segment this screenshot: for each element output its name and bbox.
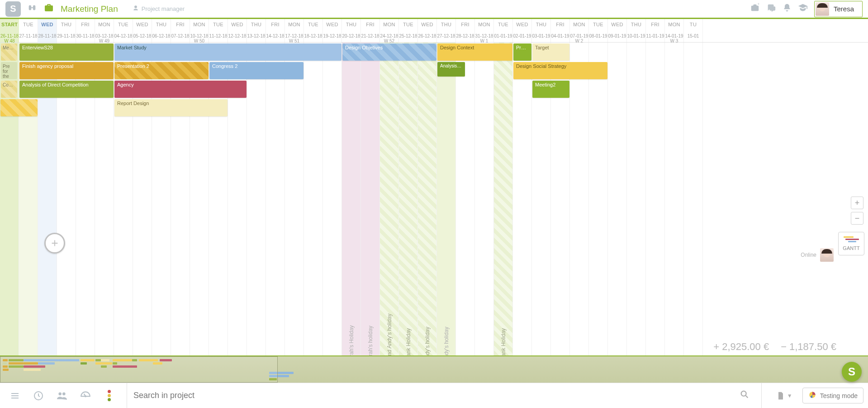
day-header[interactable]: THU06-12-18 [152, 19, 171, 42]
start-column: START 26-11-18 W 48 [0, 19, 19, 42]
svg-point-3 [741, 391, 746, 396]
dropdown-caret-icon: ▼ [787, 393, 792, 399]
day-header[interactable]: MON14-01-19W 3 [665, 19, 684, 42]
gantt-icon [844, 236, 859, 245]
day-header[interactable]: TUE25-12-18 [399, 19, 418, 42]
day-header[interactable]: MON10-12-18W 50 [190, 19, 209, 42]
day-header[interactable]: FRI21-12-18 [361, 19, 380, 42]
pie-icon [808, 391, 816, 400]
day-header[interactable]: WED19-12-18 [323, 19, 342, 42]
day-header[interactable]: MON17-12-18W 51 [285, 19, 304, 42]
task-bar[interactable]: EnterviewS28 [19, 43, 114, 61]
online-avatar[interactable] [820, 248, 834, 262]
task-bar[interactable]: Congress 2 [209, 62, 304, 79]
overview-viewport[interactable] [0, 356, 278, 383]
day-header[interactable]: WED09-01-19 [608, 19, 627, 42]
task-stub[interactable]: Co… [1, 81, 17, 98]
task-bar[interactable]: Design Social Strategy [513, 62, 607, 79]
traffic-light-icon[interactable] [99, 387, 119, 405]
day-header[interactable]: FRI14-12-18 [266, 19, 285, 42]
svg-point-2 [85, 396, 86, 397]
day-header[interactable]: FRI28-12-18 [456, 19, 475, 42]
day-header[interactable]: TUE18-12-18 [304, 19, 323, 42]
day-header[interactable]: TUE27-11-18 [19, 19, 38, 42]
day-header[interactable]: TUE01-01-19 [494, 19, 513, 42]
day-header[interactable]: MON31-12-18W 1 [475, 19, 494, 42]
topbar: S Marketing Plan Project manager + Teres… [0, 0, 868, 19]
zoom-controls: + − [851, 197, 863, 225]
day-header[interactable]: WED26-12-18 [418, 19, 437, 42]
day-header[interactable]: TU15-01 [684, 19, 703, 42]
search-input[interactable] [133, 391, 734, 400]
day-header[interactable]: THU29-11-18 [57, 19, 76, 42]
total-positive: 2,925.00 € [713, 341, 769, 353]
task-bar[interactable]: Finish agency proposal [19, 62, 114, 79]
document-icon[interactable]: ▼ [769, 390, 800, 401]
zoom-out-button[interactable]: − [851, 212, 863, 225]
grid-body[interactable]: Sarah's HolidaySarah's holidaySarah and … [0, 43, 868, 355]
task-bar[interactable] [0, 99, 38, 116]
day-header[interactable]: WED05-12-18 [133, 19, 152, 42]
add-briefcase-icon[interactable]: + [750, 3, 760, 15]
day-header[interactable]: THU13-12-18 [247, 19, 266, 42]
task-stub[interactable]: Pre for the [1, 62, 17, 79]
user-name: Teresa [834, 5, 854, 13]
task-bar[interactable]: Design Objetives [342, 43, 436, 61]
clock-icon[interactable] [28, 387, 49, 405]
task-stub[interactable]: Me… [1, 43, 17, 61]
day-header[interactable]: TUE08-01-19 [589, 19, 608, 42]
bell-icon[interactable] [783, 3, 792, 14]
testing-mode-button[interactable]: Testing mode [802, 388, 863, 403]
task-layer: Me…Pre for theCo…DeliveryEnterviewS28Mar… [0, 43, 868, 355]
day-header[interactable]: WED28-11-18 [38, 19, 57, 42]
briefcase-icon[interactable] [43, 2, 54, 16]
view-mode-selector[interactable]: GANTT [838, 232, 864, 255]
day-header[interactable]: WED12-12-18 [228, 19, 247, 42]
day-header[interactable]: TUE04-12-18 [114, 19, 133, 42]
add-task-button[interactable] [44, 233, 65, 254]
list-icon[interactable] [5, 387, 25, 405]
task-bar[interactable]: Agency [114, 81, 247, 98]
totals: 2,925.00 € 1,187.50 € [713, 341, 836, 353]
day-header[interactable]: THU27-12-18 [437, 19, 456, 42]
user-icon [133, 5, 139, 13]
task-bar[interactable]: Pre… [513, 43, 531, 61]
zoom-in-button[interactable]: + [851, 197, 863, 209]
day-header[interactable]: FRI11-01-19 [646, 19, 665, 42]
day-header[interactable]: MON07-01-19W 2 [570, 19, 589, 42]
day-header[interactable]: MON03-12-18W 49 [95, 19, 114, 42]
task-bar[interactable]: Presentation 2 [114, 62, 209, 79]
team-icon[interactable] [52, 387, 72, 405]
user-chip[interactable]: Teresa [814, 1, 863, 17]
task-bar[interactable]: Design Context [437, 43, 512, 61]
search-icon[interactable] [734, 389, 755, 402]
fab-button[interactable]: S [842, 362, 862, 382]
day-header[interactable]: FRI04-01-19 [551, 19, 570, 42]
total-negative: 1,187.50 € [781, 341, 836, 353]
dashboard-icon[interactable] [75, 387, 96, 405]
online-indicator: Online [801, 248, 834, 262]
user-avatar [816, 2, 829, 16]
day-header[interactable]: THU03-01-19 [532, 19, 551, 42]
task-bar[interactable]: Market Study [114, 43, 342, 61]
project-title[interactable]: Marketing Plan [61, 4, 118, 14]
app-logo[interactable]: S [5, 1, 21, 17]
task-bar[interactable]: Analysis of Direct Competition [19, 81, 114, 98]
binoculars-icon[interactable] [27, 3, 37, 15]
svg-text:+: + [757, 3, 759, 6]
chat-icon[interactable] [766, 3, 776, 15]
task-bar[interactable]: Report Design [114, 99, 228, 116]
task-bar[interactable]: Meeting2 [532, 81, 569, 98]
day-header[interactable]: FRI30-11-18 [76, 19, 95, 42]
task-bar[interactable]: Analysis of indirect competition [437, 62, 465, 77]
day-header[interactable]: THU10-01-19 [627, 19, 646, 42]
day-header[interactable]: THU20-12-18 [342, 19, 361, 42]
overview-strip[interactable] [0, 355, 868, 383]
day-header[interactable]: WED02-01-19 [513, 19, 532, 42]
day-header[interactable]: FRI07-12-18 [171, 19, 190, 42]
day-header[interactable]: TUE11-12-18 [209, 19, 228, 42]
graduation-icon[interactable] [798, 3, 808, 15]
task-bar[interactable]: Target [532, 43, 569, 61]
role-label: Project manager [133, 5, 185, 13]
day-header[interactable]: MON24-12-18W 52 [380, 19, 399, 42]
